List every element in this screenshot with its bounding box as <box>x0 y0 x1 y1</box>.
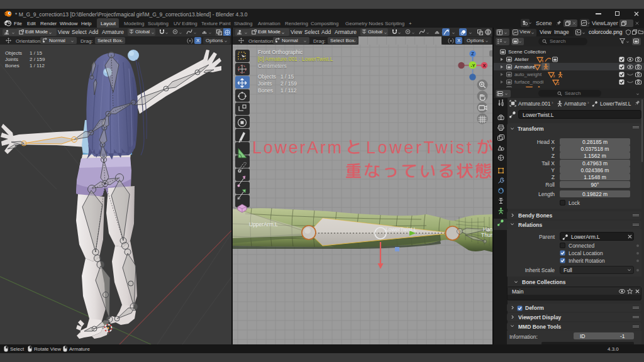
svg-text:LowerArm: LowerArm <box>252 138 343 157</box>
svg-text:-Y: -Y <box>471 63 475 68</box>
svg-text:UpperArm.L: UpperArm.L <box>249 221 278 228</box>
svg-text:LowerTwist: LowerTwist <box>366 138 474 157</box>
svg-text:Thumb: Thumb <box>481 232 492 238</box>
svg-text:Z: Z <box>471 51 474 57</box>
svg-text:X: X <box>482 63 486 69</box>
svg-text:LowerTwist.L: LowerTwist.L <box>386 226 417 233</box>
